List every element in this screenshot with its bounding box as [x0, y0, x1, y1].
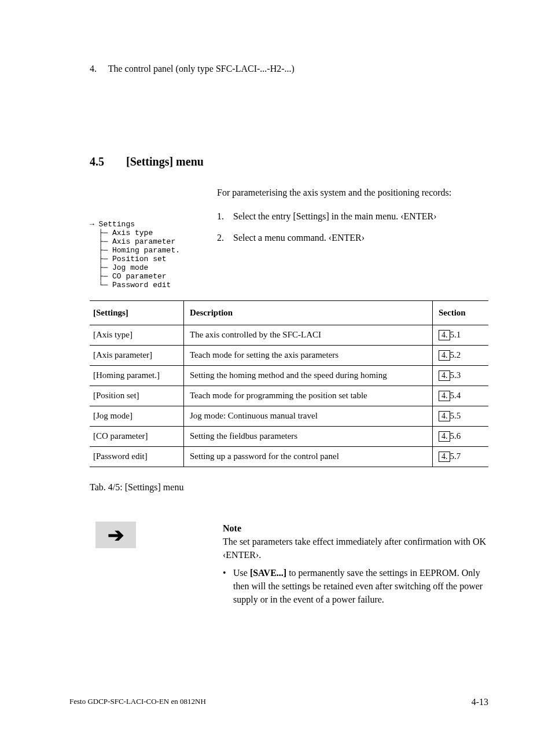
cell-setting-name: [Password edit] [90, 446, 184, 467]
arrow-right-icon: ➔ [95, 522, 136, 548]
section-link[interactable]: 4. [439, 431, 450, 442]
chapter-title: The control panel (only type SFC-LACI-..… [108, 64, 295, 74]
cell-setting-name: [Axis type] [90, 325, 184, 345]
section-link-suffix: 5.4 [450, 391, 461, 400]
table-row: [Homing paramet.]Setting the homing meth… [90, 365, 488, 386]
step-text: Select the entry [Settings] in the main … [233, 210, 436, 223]
section-link[interactable]: 4. [439, 452, 450, 462]
table-row: [Axis type]The axis controlled by the SF… [90, 325, 488, 345]
step-number: 1. [217, 210, 233, 223]
section-link-suffix: 5.2 [450, 350, 461, 359]
section-title: [Settings] menu [126, 155, 204, 168]
cell-description: Setting the homing method and the speed … [184, 365, 433, 386]
cell-section: 4.5.3 [433, 365, 489, 386]
note-title: Note [223, 523, 241, 533]
table-row: [Position set]Teach mode for programming… [90, 386, 488, 406]
cell-setting-name: [Position set] [90, 386, 184, 406]
bullet-bold: [SAVE...] [250, 568, 289, 578]
cell-section: 4.5.1 [433, 325, 489, 345]
section-number: 4.5 [90, 155, 123, 168]
note-bullet: • Use [SAVE...] to permanently save the … [223, 566, 488, 607]
section-link[interactable]: 4. [439, 350, 450, 361]
step-item: 1. Select the entry [Settings] in the ma… [217, 210, 488, 223]
section-link-suffix: 5.6 [450, 431, 461, 441]
section-link-suffix: 5.3 [450, 370, 461, 380]
intro-paragraph: For parameterising the axis system and t… [217, 186, 488, 199]
menu-tree: → Settings ├─ Axis type ├─ Axis paramete… [90, 186, 205, 290]
cell-section: 4.5.6 [433, 426, 489, 446]
bullet-icon: • [223, 566, 233, 607]
settings-table: [Settings] Description Section [Axis typ… [90, 300, 488, 467]
th-description: Description [184, 300, 433, 325]
step-text: Select a menu command. ‹ENTER› [233, 231, 365, 244]
section-heading: 4.5 [Settings] menu [90, 155, 488, 168]
section-link[interactable]: 4. [439, 370, 450, 381]
section-link-suffix: 5.5 [450, 411, 461, 420]
cell-description: Teach mode for setting the axis paramete… [184, 345, 433, 365]
section-link-suffix: 5.7 [450, 452, 461, 461]
footer-page-number: 4-13 [472, 697, 488, 707]
step-number: 2. [217, 231, 233, 244]
chapter-header: 4. The control panel (only type SFC-LACI… [90, 64, 488, 74]
cell-description: Teach mode for programming the position … [184, 386, 433, 406]
bullet-prefix: Use [233, 568, 250, 578]
table-row: [Password edit]Setting up a password for… [90, 446, 488, 467]
table-row: [Axis parameter]Teach mode for setting t… [90, 345, 488, 365]
cell-description: Setting up a password for the control pa… [184, 446, 433, 467]
cell-section: 4.5.2 [433, 345, 489, 365]
step-item: 2. Select a menu command. ‹ENTER› [217, 231, 488, 244]
note-paragraph: The set parameters take effect immediate… [223, 537, 486, 560]
cell-description: Jog mode: Continuous manual travel [184, 406, 433, 426]
table-row: [CO parameter]Setting the fieldbus param… [90, 426, 488, 446]
cell-setting-name: [Homing paramet.] [90, 365, 184, 386]
chapter-number: 4. [90, 64, 97, 74]
th-section: Section [433, 300, 489, 325]
cell-setting-name: [Jog mode] [90, 406, 184, 426]
table-row: [Jog mode]Jog mode: Continuous manual tr… [90, 406, 488, 426]
footer-left: Festo GDCP-SFC-LACI-CO-EN en 0812NH [69, 697, 206, 707]
section-link[interactable]: 4. [439, 330, 450, 340]
section-link[interactable]: 4. [439, 391, 450, 401]
section-link[interactable]: 4. [439, 411, 450, 421]
cell-section: 4.5.4 [433, 386, 489, 406]
cell-description: Setting the fieldbus parameters [184, 426, 433, 446]
cell-setting-name: [Axis parameter] [90, 345, 184, 365]
cell-section: 4.5.7 [433, 446, 489, 467]
section-link-suffix: 5.1 [450, 330, 461, 339]
cell-setting-name: [CO parameter] [90, 426, 184, 446]
cell-section: 4.5.5 [433, 406, 489, 426]
th-settings: [Settings] [90, 300, 184, 325]
cell-description: The axis controlled by the SFC-LACI [184, 325, 433, 345]
table-caption: Tab. 4/5: [Settings] menu [90, 482, 488, 493]
